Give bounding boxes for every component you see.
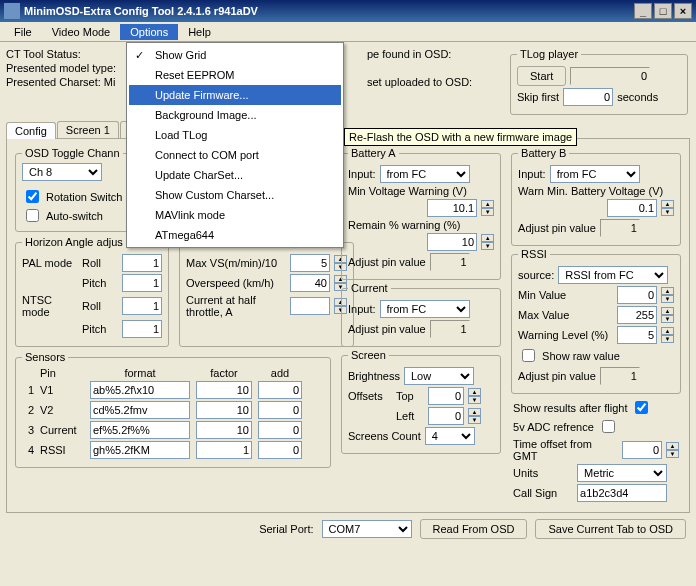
status-uploaded-osd: set uploaded to OSD: — [367, 76, 500, 88]
batA-input-select[interactable]: from FC — [380, 165, 470, 183]
batA-adj — [430, 253, 470, 271]
rssi-raw-checkbox[interactable] — [522, 349, 535, 362]
sensor-row: 4RSSI — [22, 441, 324, 459]
tab-screen1[interactable]: Screen 1 — [57, 121, 119, 138]
tlog-start-button[interactable]: Start — [517, 66, 566, 86]
menu-help[interactable]: Help — [178, 24, 221, 40]
save-tab-button[interactable]: Save Current Tab to OSD — [535, 519, 686, 539]
rssi-min-input[interactable] — [617, 286, 657, 304]
sensor-factor-input[interactable] — [196, 401, 252, 419]
title-bar: MinimOSD-Extra Config Tool 2.4.1.6 r941a… — [0, 0, 696, 22]
status-charset: Presented Charset: Mi — [6, 76, 139, 88]
ntsc-pitch-input[interactable] — [122, 320, 162, 338]
menu-show-charset[interactable]: Show Custom Charset... — [129, 185, 341, 205]
callsign-input[interactable] — [577, 484, 667, 502]
rotation-switch-checkbox[interactable] — [26, 190, 39, 203]
sensor-row: 3Current — [22, 421, 324, 439]
tlog-seconds-label: seconds — [617, 91, 658, 103]
rssi-max-input[interactable] — [617, 306, 657, 324]
show-results-checkbox[interactable] — [635, 401, 648, 414]
overspeed-input[interactable] — [290, 274, 330, 292]
screen-group: Screen BrightnessLow OffsetsTop▲▼ Left▲▼… — [341, 349, 501, 454]
tlog-player-group: TLog player Start Skip first seconds — [510, 48, 688, 115]
batA-minv-input[interactable] — [427, 199, 477, 217]
pal-pitch-input[interactable] — [122, 274, 162, 292]
menu-show-grid[interactable]: Show Grid — [129, 45, 341, 65]
batB-warn-input[interactable] — [607, 199, 657, 217]
sensor-add-input[interactable] — [258, 421, 302, 439]
app-icon — [4, 3, 20, 19]
read-from-osd-button[interactable]: Read From OSD — [420, 519, 528, 539]
current-group: Current Input:from FC Adjust pin value — [341, 282, 501, 347]
offset-top-input[interactable] — [428, 387, 464, 405]
maxvs-input[interactable] — [290, 254, 330, 272]
batB-adj — [600, 219, 640, 237]
sensor-row: 2V2 — [22, 401, 324, 419]
units-select[interactable]: Metric — [577, 464, 667, 482]
minimize-button[interactable]: _ — [634, 3, 652, 19]
status-found-osd: pe found in OSD: — [367, 48, 500, 60]
screens-count-select[interactable]: 4 — [425, 427, 475, 445]
menu-mavlink-mode[interactable]: MAVlink mode — [129, 205, 341, 225]
sensor-format-input[interactable] — [90, 441, 190, 459]
ntsc-roll-input[interactable] — [122, 297, 162, 315]
sensor-factor-input[interactable] — [196, 441, 252, 459]
menu-atmega644[interactable]: ATmega644 — [129, 225, 341, 245]
menu-background-image[interactable]: Background Image... — [129, 105, 341, 125]
rssi-adj — [600, 367, 640, 385]
sensor-format-input[interactable] — [90, 421, 190, 439]
offset-left-input[interactable] — [428, 407, 464, 425]
toggle-channel-select[interactable]: Ch 8 — [22, 163, 102, 181]
rssi-warn-input[interactable] — [617, 326, 657, 344]
menu-video-mode[interactable]: Video Mode — [42, 24, 121, 40]
serial-port-label: Serial Port: — [259, 523, 313, 535]
current-input-select[interactable]: from FC — [380, 300, 470, 318]
adc-ref-checkbox[interactable] — [602, 420, 615, 433]
close-button[interactable]: × — [674, 3, 692, 19]
current-adj — [430, 320, 470, 338]
rssi-source-select[interactable]: RSSI from FC — [558, 266, 668, 284]
status-model-type: Presented model type: — [6, 62, 139, 74]
battery-a-group: Battery A Input:from FC Min Voltage Warn… — [341, 147, 501, 280]
options-dropdown: Show Grid Reset EEPROM Update Firmware..… — [126, 42, 344, 248]
menu-update-firmware[interactable]: Update Firmware... — [129, 85, 341, 105]
menu-bar: File Video Mode Options Help — [0, 22, 696, 42]
menu-load-tlog[interactable]: Load TLog — [129, 125, 341, 145]
tab-config[interactable]: Config — [6, 122, 56, 139]
sensor-factor-input[interactable] — [196, 381, 252, 399]
warnings-group: Warnings Max VS(m/min)/10▲▼ Overspeed (k… — [179, 236, 354, 347]
sensor-add-input[interactable] — [258, 441, 302, 459]
pal-roll-input[interactable] — [122, 254, 162, 272]
tlog-time — [570, 67, 650, 85]
sensor-row: 1V1 — [22, 381, 324, 399]
brightness-select[interactable]: Low — [404, 367, 474, 385]
sensor-add-input[interactable] — [258, 381, 302, 399]
menu-update-charset[interactable]: Update CharSet... — [129, 165, 341, 185]
battery-b-group: Battery B Input:from FC Warn Min. Batter… — [511, 147, 681, 246]
menu-connect-com[interactable]: Connect to COM port — [129, 145, 341, 165]
sensor-format-input[interactable] — [90, 401, 190, 419]
current-half-input[interactable] — [290, 297, 330, 315]
menu-file[interactable]: File — [4, 24, 42, 40]
tooltip-update-firmware: Re-Flash the OSD with a new firmware ima… — [344, 128, 577, 146]
status-ct-tool: CT Tool Status: — [6, 48, 139, 60]
sensors-group: Sensors Pinformatfactoradd 1V1 2V2 3Curr… — [15, 351, 331, 468]
batB-input-select[interactable]: from FC — [550, 165, 640, 183]
auto-switch-checkbox[interactable] — [26, 209, 39, 222]
menu-options[interactable]: Options — [120, 24, 178, 40]
rssi-group: RSSI source:RSSI from FC Min Value▲▼ Max… — [511, 248, 681, 394]
sensor-format-input[interactable] — [90, 381, 190, 399]
tlog-skip-input[interactable] — [563, 88, 613, 106]
maximize-button[interactable]: □ — [654, 3, 672, 19]
batA-rem-input[interactable] — [427, 233, 477, 251]
serial-port-select[interactable]: COM7 — [322, 520, 412, 538]
gmt-offset-input[interactable] — [622, 441, 662, 459]
tlog-skip-label: Skip first — [517, 91, 559, 103]
window-title: MinimOSD-Extra Config Tool 2.4.1.6 r941a… — [24, 5, 632, 17]
sensor-factor-input[interactable] — [196, 421, 252, 439]
horizon-group: Horizon Angle adjus PAL modeRoll Pitch N… — [15, 236, 169, 347]
menu-reset-eeprom[interactable]: Reset EEPROM — [129, 65, 341, 85]
sensor-add-input[interactable] — [258, 401, 302, 419]
tlog-legend: TLog player — [517, 48, 581, 60]
